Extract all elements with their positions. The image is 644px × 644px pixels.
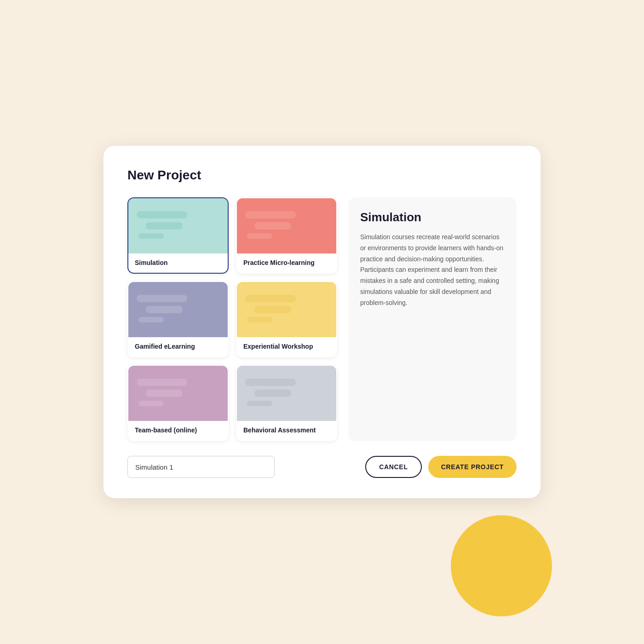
- card-image-experiential-workshop: [237, 282, 336, 337]
- type-card-team-based-online[interactable]: Team-based (online): [127, 365, 229, 441]
- card-line: [138, 233, 164, 239]
- type-card-behavioral-assessment[interactable]: Behavioral Assessment: [236, 365, 337, 441]
- card-line: [146, 222, 183, 230]
- project-types-grid: Simulation Practice Micro-learning: [127, 197, 337, 441]
- description-title: Simulation: [360, 210, 505, 224]
- card-line: [245, 211, 296, 218]
- card-label-practice-micro-learning: Practice Micro-learning: [237, 253, 336, 273]
- new-project-modal: New Project Simulation: [104, 146, 540, 498]
- card-line: [254, 222, 291, 230]
- card-image-behavioral-assessment: [237, 366, 336, 421]
- card-line: [137, 211, 187, 218]
- card-line: [137, 379, 187, 386]
- background-blob: [451, 515, 552, 616]
- description-text: Simulation courses recreate real-world s…: [360, 232, 505, 309]
- card-line: [146, 390, 183, 397]
- footer-buttons: CANCEL CREATE PROJECT: [365, 456, 517, 478]
- card-label-simulation: Simulation: [128, 253, 228, 273]
- project-name-input[interactable]: [127, 456, 275, 478]
- card-image-gamified-elearning: [128, 282, 228, 337]
- card-line: [247, 233, 272, 239]
- description-panel: Simulation Simulation courses recreate r…: [348, 197, 517, 441]
- card-line: [138, 401, 164, 406]
- modal-title: New Project: [127, 168, 517, 183]
- card-line: [245, 379, 296, 386]
- card-label-team-based-online: Team-based (online): [128, 421, 228, 440]
- card-line: [254, 390, 291, 397]
- card-image-practice-micro-learning: [237, 198, 336, 253]
- card-line: [146, 306, 183, 313]
- card-line: [247, 317, 272, 322]
- card-line: [245, 295, 296, 302]
- card-line: [138, 317, 164, 322]
- card-image-simulation: [128, 198, 228, 253]
- card-image-team-based-online: [128, 366, 228, 421]
- type-card-gamified-elearning[interactable]: Gamified eLearning: [127, 281, 229, 357]
- cancel-button[interactable]: CANCEL: [365, 456, 422, 478]
- type-card-practice-micro-learning[interactable]: Practice Micro-learning: [236, 197, 337, 274]
- card-label-gamified-elearning: Gamified eLearning: [128, 337, 228, 356]
- card-label-behavioral-assessment: Behavioral Assessment: [237, 421, 336, 440]
- card-label-experiential-workshop: Experiential Workshop: [237, 337, 336, 356]
- card-line: [254, 306, 291, 313]
- type-card-experiential-workshop[interactable]: Experiential Workshop: [236, 281, 337, 357]
- card-line: [137, 295, 187, 302]
- create-project-button[interactable]: CREATE PROJECT: [428, 456, 517, 478]
- modal-body: Simulation Practice Micro-learning: [127, 197, 517, 441]
- card-line: [247, 401, 272, 406]
- type-card-simulation[interactable]: Simulation: [127, 197, 229, 274]
- modal-footer: CANCEL CREATE PROJECT: [127, 456, 517, 478]
